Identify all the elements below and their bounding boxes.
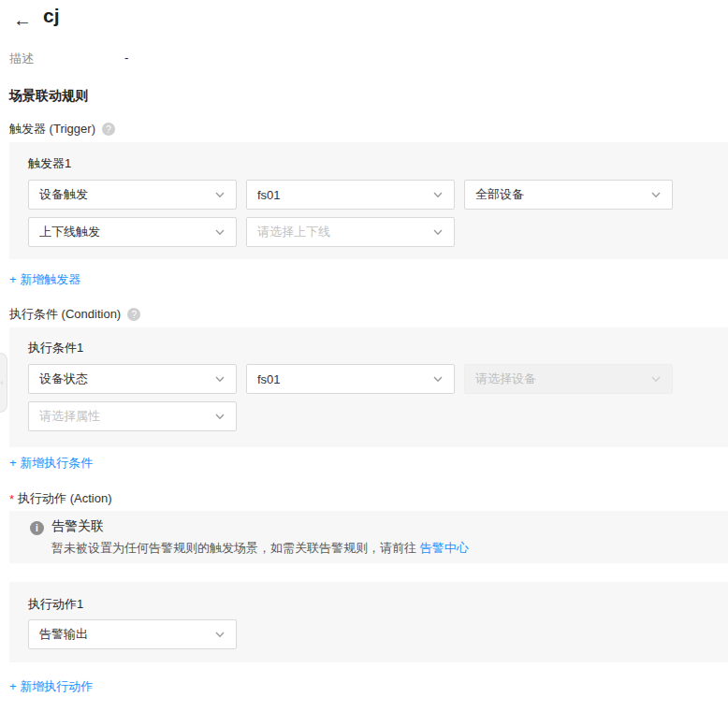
condition-type-select[interactable]: 设备状态 (28, 364, 237, 394)
trigger-label: 触发器 (Trigger) ? (9, 121, 115, 138)
condition-device-select: 请选择设备 (464, 364, 673, 394)
alarm-association-title: 告警关联 (51, 518, 104, 535)
action-label: * 执行动作 (Action) (9, 490, 111, 507)
alarm-association-text: 暂未被设置为任何告警规则的触发场景，如需关联告警规则，请前往 告警中心 (51, 540, 469, 557)
select-value: fs01 (257, 188, 281, 202)
chevron-down-icon (432, 373, 444, 385)
trigger-card-title: 触发器1 (28, 155, 71, 172)
select-value: 设备触发 (39, 186, 88, 203)
select-value: 告警输出 (39, 626, 88, 643)
action-card-title: 执行动作1 (28, 596, 83, 613)
trigger-type-select[interactable]: 设备触发 (28, 180, 237, 210)
trigger-help-icon[interactable]: ? (102, 123, 115, 136)
alarm-association-card: i 告警关联 暂未被设置为任何告警规则的触发场景，如需关联告警规则，请前往 告警… (9, 511, 728, 563)
alarm-association-text-body: 暂未被设置为任何告警规则的触发场景，如需关联告警规则，请前往 (51, 541, 420, 555)
collapsed-drawer-handle[interactable]: ‹ (0, 353, 7, 413)
chevron-down-icon (214, 226, 226, 238)
info-icon: i (30, 521, 44, 535)
condition-product-select[interactable]: fs01 (246, 364, 455, 394)
select-placeholder: 请选择设备 (475, 371, 536, 387)
select-value: 设备状态 (39, 371, 88, 387)
trigger-card: 触发器1 设备触发 fs01 全部设备 上下线触发 请选择上下 (9, 142, 728, 259)
chevron-down-icon (214, 411, 226, 422)
trigger-product-select[interactable]: fs01 (246, 180, 455, 210)
action-label-text: 执行动作 (Action) (18, 490, 111, 507)
action-card: 执行动作1 告警输出 (9, 582, 728, 662)
chevron-down-icon (214, 629, 226, 640)
page-title: cj (43, 5, 60, 27)
description-label: 描述 (9, 51, 34, 67)
chevron-down-icon (214, 373, 226, 385)
add-action-link[interactable]: + 新增执行动作 (9, 678, 93, 695)
trigger-label-text: 触发器 (Trigger) (9, 121, 95, 138)
trigger-device-select[interactable]: 全部设备 (464, 180, 673, 210)
back-button[interactable]: ← (11, 7, 34, 32)
condition-label-text: 执行条件 (Condition) (9, 306, 121, 323)
rules-section-title: 场景联动规则 (9, 88, 88, 105)
condition-card-title: 执行条件1 (28, 340, 83, 356)
required-asterisk: * (9, 492, 14, 506)
chevron-down-icon (214, 189, 226, 200)
select-value: 上下线触发 (39, 224, 100, 240)
add-trigger-link[interactable]: + 新增触发器 (9, 271, 80, 288)
chevron-down-icon (650, 373, 662, 385)
condition-help-icon[interactable]: ? (127, 308, 140, 321)
select-placeholder: 请选择属性 (39, 408, 100, 425)
chevron-down-icon (650, 189, 662, 200)
select-placeholder: 请选择上下线 (257, 224, 330, 240)
condition-card: 执行条件1 设备状态 fs01 请选择设备 请选择属性 (9, 327, 728, 447)
chevron-down-icon (432, 226, 444, 238)
chevron-down-icon (432, 189, 444, 200)
scene-rule-detail-page: ← cj 描述 - 场景联动规则 触发器 (Trigger) ? 触发器1 设备… (0, 0, 728, 712)
description-value: - (124, 51, 128, 65)
select-value: 全部设备 (475, 186, 524, 203)
action-type-select[interactable]: 告警输出 (28, 619, 237, 649)
trigger-event-value-select[interactable]: 请选择上下线 (246, 217, 455, 247)
add-condition-link[interactable]: + 新增执行条件 (9, 455, 93, 472)
select-value: fs01 (257, 372, 281, 386)
condition-attribute-select[interactable]: 请选择属性 (28, 401, 237, 431)
alarm-center-link[interactable]: 告警中心 (420, 541, 469, 555)
condition-label: 执行条件 (Condition) ? (9, 306, 140, 323)
trigger-event-select[interactable]: 上下线触发 (28, 217, 237, 247)
